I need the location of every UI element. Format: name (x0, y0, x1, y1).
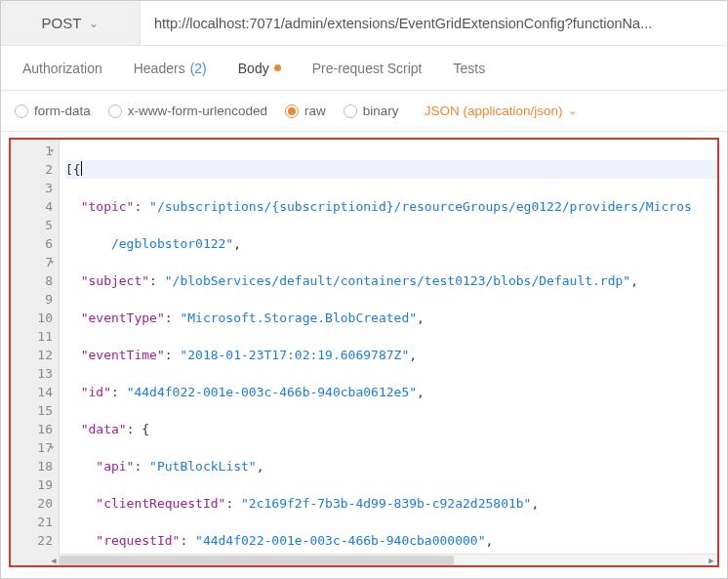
code-line: "topic": "/subscriptions/{subscriptionid… (65, 197, 717, 216)
tab-label: Pre-request Script (312, 61, 423, 76)
tab-tests[interactable]: Tests (438, 46, 502, 90)
tab-label: Authorization (22, 61, 102, 76)
tab-label: Body (238, 61, 269, 76)
code-line: [{ (65, 160, 717, 179)
url-text: http://localhost:7071/admin/extensions/E… (154, 16, 652, 31)
gutter-line: 6 (11, 234, 53, 253)
code-area[interactable]: [{ "topic": "/subscriptions/{subscriptio… (60, 140, 717, 565)
code-line: "data": { (65, 420, 717, 438)
code-line: "eventType": "Microsoft.Storage.BlobCrea… (65, 309, 717, 327)
radio-icon (108, 104, 122, 118)
url-input[interactable]: http://localhost:7071/admin/extensions/E… (141, 1, 727, 45)
modified-dot-icon (274, 64, 281, 71)
gutter-line: 13 (11, 364, 53, 383)
radio-icon (15, 104, 28, 118)
gutter-line: 12 (11, 346, 53, 364)
gutter-line: 7 (11, 253, 53, 271)
method-label: POST (42, 15, 82, 31)
tab-count: (2) (190, 61, 207, 76)
editor-highlight-box: 1 2 3 4 5 6 7 8 9 10 11 12 13 14 15 16 1… (9, 138, 719, 567)
code-line: "eventTime": "2018-01-23T17:02:19.606978… (65, 346, 717, 364)
gutter-line: 20 (11, 494, 53, 513)
gutter-line: 3 (11, 179, 53, 197)
gutter-line: 14 (11, 383, 53, 401)
radio-icon (344, 104, 357, 118)
tab-authorization[interactable]: Authorization (7, 46, 118, 90)
code-line: "api": "PutBlockList", (65, 457, 717, 476)
content-type-dropdown[interactable]: JSON (application/json) ⌄ (425, 103, 578, 118)
gutter-line: 4 (11, 197, 53, 216)
radio-raw[interactable]: raw (285, 103, 326, 118)
radio-binary[interactable]: binary (344, 103, 399, 118)
request-row: POST ⌄ http://localhost:7071/admin/exten… (1, 1, 727, 46)
gutter-line: 17 (11, 438, 53, 457)
gutter-line: 19 (11, 476, 53, 494)
radio-label: form-data (34, 103, 91, 118)
code-line: "subject": "/blobServices/default/contai… (65, 271, 717, 290)
tab-headers[interactable]: Headers (2) (118, 46, 222, 90)
scroll-left-icon[interactable]: ◀ (48, 555, 60, 565)
chevron-down-icon: ⌄ (89, 17, 99, 30)
gutter-line: 5 (11, 216, 53, 234)
tab-body[interactable]: Body (222, 46, 297, 90)
request-tabs: Authorization Headers (2) Body Pre-reque… (1, 46, 727, 91)
line-gutter: 1 2 3 4 5 6 7 8 9 10 11 12 13 14 15 16 1… (11, 140, 60, 565)
radio-icon (285, 104, 299, 118)
horizontal-scrollbar[interactable]: ◀ ▶ (60, 554, 717, 565)
tab-prerequest[interactable]: Pre-request Script (297, 46, 438, 90)
code-line: "requestId": "44d4f022-001e-003c-466b-94… (65, 531, 717, 550)
body-editor[interactable]: 1 2 3 4 5 6 7 8 9 10 11 12 13 14 15 16 1… (11, 140, 717, 565)
gutter-line: 2 (11, 160, 53, 179)
content-type-label: JSON (application/json) (425, 103, 563, 118)
gutter-line: 15 (11, 401, 53, 420)
gutter-line: 9 (11, 290, 53, 309)
tab-label: Tests (454, 61, 486, 76)
tab-label: Headers (134, 61, 185, 76)
radio-form-data[interactable]: form-data (15, 103, 91, 118)
gutter-line: 8 (11, 271, 53, 290)
scroll-right-icon[interactable]: ▶ (706, 555, 717, 565)
gutter-line: 22 (11, 531, 53, 550)
scrollbar-thumb[interactable] (60, 556, 454, 565)
chevron-down-icon: ⌄ (568, 104, 577, 117)
code-line: /egblobstor0122", (65, 234, 717, 253)
code-line: "clientRequestId": "2c169f2f-7b3b-4d99-8… (65, 494, 717, 513)
gutter-line: 16 (11, 420, 53, 438)
gutter-line: 18 (11, 457, 53, 476)
text-cursor (81, 161, 82, 176)
radio-label: x-www-form-urlencoded (128, 103, 267, 118)
radio-label: binary (363, 103, 399, 118)
code-line: "id": "44d4f022-001e-003c-466b-940cba061… (65, 383, 717, 401)
radio-urlencoded[interactable]: x-www-form-urlencoded (108, 103, 267, 118)
body-options-row: form-data x-www-form-urlencoded raw bina… (1, 91, 727, 132)
radio-label: raw (304, 103, 326, 118)
method-dropdown[interactable]: POST ⌄ (1, 1, 141, 45)
gutter-line: 11 (11, 327, 53, 346)
gutter-line: 1 (11, 142, 53, 160)
gutter-line: 21 (11, 513, 53, 531)
gutter-line: 10 (11, 309, 53, 327)
